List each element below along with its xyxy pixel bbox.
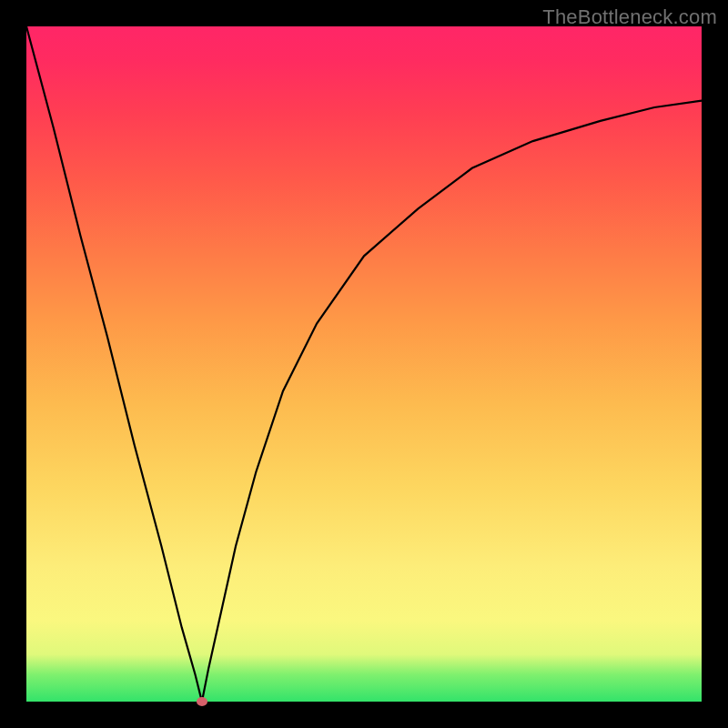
bottleneck-curve [26,26,702,702]
curve-path [26,26,702,702]
watermark-text: TheBottleneck.com [542,5,717,29]
chart-frame: TheBottleneck.com [0,0,728,728]
minimum-marker [197,697,207,706]
plot-area [26,26,702,702]
